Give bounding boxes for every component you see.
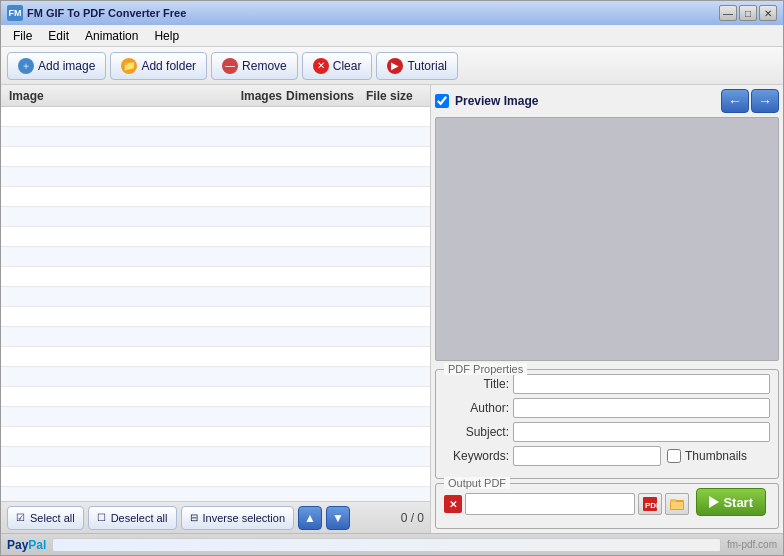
table-row[interactable]	[1, 427, 430, 447]
title-row: Title:	[444, 374, 770, 394]
table-header: Image Images Dimensions File size	[1, 85, 430, 107]
table-row[interactable]	[1, 227, 430, 247]
move-up-button[interactable]: ▲	[298, 506, 322, 530]
preview-prev-button[interactable]: ←	[721, 89, 749, 113]
bottom-bar: ☑ Select all ☐ Deselect all ⊟ Inverse se…	[1, 501, 430, 533]
left-panel: Image Images Dimensions File size	[1, 85, 431, 533]
table-row[interactable]	[1, 287, 430, 307]
start-icon	[709, 496, 719, 508]
thumbnails-checkbox[interactable]	[667, 449, 681, 463]
table-row[interactable]	[1, 347, 430, 367]
menu-help[interactable]: Help	[146, 27, 187, 45]
title-bar: FM FM GIF To PDF Converter Free — □ ✕	[1, 1, 783, 25]
close-button[interactable]: ✕	[759, 5, 777, 21]
menu-file[interactable]: File	[5, 27, 40, 45]
preview-image-area	[435, 117, 779, 361]
table-row[interactable]	[1, 407, 430, 427]
tutorial-button[interactable]: ▶ Tutorial	[376, 52, 458, 80]
add-image-button[interactable]: ＋ Add image	[7, 52, 106, 80]
browse-button[interactable]	[665, 493, 689, 515]
table-row[interactable]	[1, 267, 430, 287]
table-row[interactable]	[1, 147, 430, 167]
svg-rect-3	[670, 499, 676, 502]
clear-button[interactable]: ✕ Clear	[302, 52, 373, 80]
preview-header: Preview Image ← →	[435, 89, 779, 113]
keywords-input[interactable]	[513, 446, 661, 466]
preview-checkbox[interactable]	[435, 94, 449, 108]
table-row[interactable]	[1, 487, 430, 501]
table-row[interactable]	[1, 207, 430, 227]
tutorial-icon: ▶	[387, 58, 403, 74]
preview-label: Preview Image	[455, 94, 538, 108]
table-row[interactable]	[1, 127, 430, 147]
add-folder-icon: 📁	[121, 58, 137, 74]
status-bar: PayPal fm-pdf.com	[1, 533, 783, 555]
paypal-logo: PayPal	[7, 538, 46, 552]
select-all-button[interactable]: ☑ Select all	[7, 506, 84, 530]
table-row[interactable]	[1, 467, 430, 487]
thumbnails-label: Thumbnails	[685, 449, 747, 463]
table-row[interactable]	[1, 247, 430, 267]
table-row[interactable]	[1, 187, 430, 207]
table-row[interactable]	[1, 307, 430, 327]
keywords-row: Keywords: Thumbnails	[444, 446, 770, 466]
add-folder-button[interactable]: 📁 Add folder	[110, 52, 207, 80]
table-row[interactable]	[1, 167, 430, 187]
watermark: fm-pdf.com	[727, 539, 777, 550]
col-filesize-header: File size	[366, 89, 426, 103]
preview-title-area: Preview Image	[435, 94, 538, 108]
start-button[interactable]: Start	[696, 488, 766, 516]
window-title: FM GIF To PDF Converter Free	[27, 7, 719, 19]
app-icon: FM	[7, 5, 23, 21]
add-image-icon: ＋	[18, 58, 34, 74]
author-input[interactable]	[513, 398, 770, 418]
menu-edit[interactable]: Edit	[40, 27, 77, 45]
right-panel: Preview Image ← → PDF Properties Title:	[431, 85, 783, 533]
inverse-selection-button[interactable]: ⊟ Inverse selection	[181, 506, 295, 530]
thumbnails-area: Thumbnails	[667, 449, 747, 463]
subject-label: Subject:	[444, 425, 509, 439]
output-pdf-title: Output PDF	[444, 477, 510, 489]
subject-row: Subject:	[444, 422, 770, 442]
move-down-button[interactable]: ▼	[326, 506, 350, 530]
table-row[interactable]	[1, 107, 430, 127]
output-clear-button[interactable]: ✕	[444, 495, 462, 513]
keywords-label: Keywords:	[444, 449, 509, 463]
table-row[interactable]	[1, 447, 430, 467]
maximize-button[interactable]: □	[739, 5, 757, 21]
output-path-input[interactable]	[465, 493, 635, 515]
title-input[interactable]	[513, 374, 770, 394]
subject-input[interactable]	[513, 422, 770, 442]
table-body	[1, 107, 430, 501]
menu-bar: File Edit Animation Help	[1, 25, 783, 47]
menu-animation[interactable]: Animation	[77, 27, 146, 45]
col-images-header: Images	[231, 89, 286, 103]
preview-nav: ← →	[721, 89, 779, 113]
minimize-button[interactable]: —	[719, 5, 737, 21]
author-label: Author:	[444, 401, 509, 415]
status-progress	[52, 538, 721, 552]
pdf-properties-title: PDF Properties	[444, 363, 527, 375]
table-row[interactable]	[1, 327, 430, 347]
title-label: Title:	[444, 377, 509, 391]
svg-text:PDF: PDF	[645, 501, 658, 510]
output-row: ✕ PDF	[444, 488, 770, 520]
col-dimensions-header: Dimensions	[286, 89, 366, 103]
title-controls: — □ ✕	[719, 5, 777, 21]
output-pdf-section: Output PDF ✕ PDF	[435, 483, 779, 529]
preview-section: Preview Image ← →	[431, 85, 783, 365]
main-area: Image Images Dimensions File size	[1, 85, 783, 533]
main-window: FM FM GIF To PDF Converter Free — □ ✕ Fi…	[0, 0, 784, 556]
preview-next-button[interactable]: →	[751, 89, 779, 113]
remove-icon: —	[222, 58, 238, 74]
clear-icon: ✕	[313, 58, 329, 74]
table-row[interactable]	[1, 367, 430, 387]
toolbar: ＋ Add image 📁 Add folder — Remove ✕ Clea…	[1, 47, 783, 85]
table-row[interactable]	[1, 387, 430, 407]
item-count: 0 / 0	[401, 511, 424, 525]
pdf-icon-button[interactable]: PDF	[638, 493, 662, 515]
svg-rect-4	[671, 502, 683, 509]
author-row: Author:	[444, 398, 770, 418]
deselect-all-button[interactable]: ☐ Deselect all	[88, 506, 177, 530]
remove-button[interactable]: — Remove	[211, 52, 298, 80]
